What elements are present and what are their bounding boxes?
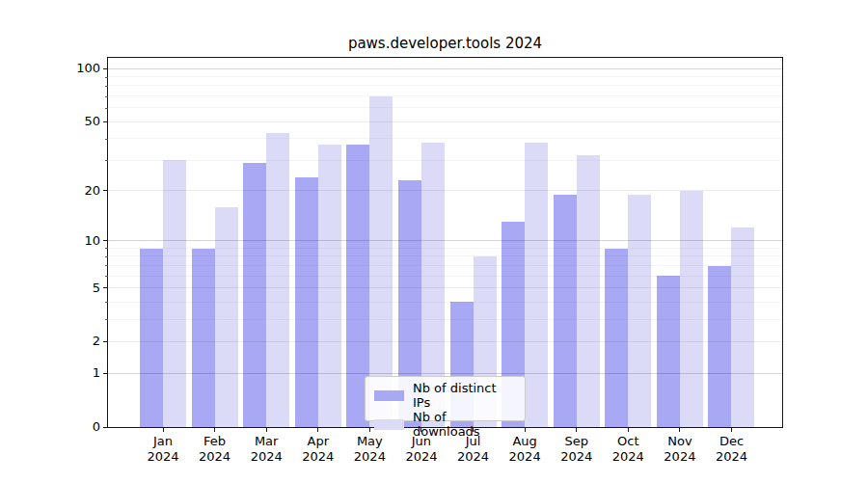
y-tick-5	[103, 287, 108, 288]
y-tick-label-5: 5	[0, 281, 100, 296]
legend-swatch-distinct-ips	[374, 390, 404, 401]
gridline-y-2	[108, 341, 782, 342]
plot-area	[107, 57, 783, 428]
gridline-y-70	[108, 95, 782, 96]
gridline-y-30	[108, 160, 782, 161]
x-tick-dec	[731, 428, 732, 432]
y-minor-tick-9	[105, 248, 108, 249]
gridline-y-3	[108, 319, 782, 320]
gridline-y-50	[108, 121, 782, 122]
y-minor-tick-3	[105, 319, 108, 320]
y-tick-label-2: 2	[0, 334, 100, 349]
y-tick-0	[103, 427, 108, 428]
y-tick-label-1: 1	[0, 365, 100, 381]
x-tick-label-apr: Apr2024	[302, 434, 334, 465]
x-tick-mar	[266, 428, 267, 432]
gridline-y-20	[108, 190, 782, 191]
x-tick-label-sep: Sep2024	[560, 434, 592, 465]
x-tick-label-oct: Oct2024	[612, 434, 644, 465]
x-tick-apr	[317, 428, 318, 432]
y-tick-label-20: 20	[0, 183, 100, 199]
y-minor-tick-7	[105, 265, 108, 266]
gridline-y-40	[108, 138, 782, 139]
y-tick-2	[103, 341, 108, 342]
x-tick-nov	[679, 428, 680, 432]
x-tick-aug	[525, 428, 526, 432]
y-tick-10	[103, 240, 108, 241]
y-minor-tick-60	[105, 108, 108, 109]
x-tick-label-mar: Mar2024	[251, 434, 283, 465]
x-tick-label-feb: Feb2024	[199, 434, 231, 465]
gridline-y-6	[108, 276, 782, 277]
gridline-y-7	[108, 265, 782, 266]
gridline-y-4	[108, 302, 782, 303]
legend-swatch-downloads	[374, 419, 404, 430]
grid-layer	[108, 58, 782, 427]
x-tick-label-nov: Nov2024	[664, 434, 695, 465]
legend-item-distinct-ips: Nb of distinct IPs	[374, 381, 516, 410]
gridline-y-100	[108, 68, 782, 69]
gridline-y-90	[108, 76, 782, 77]
y-tick-50	[103, 121, 108, 122]
chart-title: paws.developer.tools 2024	[108, 35, 782, 53]
y-minor-tick-90	[105, 77, 108, 78]
gridline-y-10	[108, 240, 782, 241]
x-tick-may	[369, 428, 370, 432]
x-tick-feb	[214, 428, 215, 432]
x-tick-jan	[163, 428, 164, 432]
legend-label-downloads: Nb of downloads	[413, 410, 516, 439]
y-minor-tick-30	[105, 160, 108, 161]
legend-label-distinct-ips: Nb of distinct IPs	[413, 381, 516, 410]
gridline-y-1	[108, 373, 782, 374]
y-minor-tick-4	[105, 302, 108, 303]
gridline-y-5	[108, 287, 782, 288]
y-tick-label-0: 0	[0, 419, 100, 435]
x-tick-sep	[576, 428, 577, 432]
gridline-y-60	[108, 107, 782, 108]
y-tick-20	[103, 190, 108, 191]
y-tick-100	[103, 68, 108, 69]
gridline-y-8	[108, 255, 782, 256]
y-tick-label-10: 10	[0, 233, 100, 249]
y-tick-1	[103, 373, 108, 374]
y-tick-label-50: 50	[0, 114, 100, 129]
x-tick-label-dec: Dec2024	[716, 434, 747, 465]
gridline-y-80	[108, 85, 782, 86]
y-minor-tick-40	[105, 139, 108, 140]
y-minor-tick-70	[105, 96, 108, 97]
figure: paws.developer.tools 2024 1005020105210J…	[0, 0, 868, 482]
y-minor-tick-80	[105, 86, 108, 87]
x-tick-label-jan: Jan2024	[147, 434, 178, 465]
gridline-y-9	[108, 248, 782, 249]
y-minor-tick-8	[105, 256, 108, 257]
y-minor-tick-6	[105, 276, 108, 277]
legend: Nb of distinct IPs Nb of downloads	[365, 376, 526, 421]
x-tick-oct	[628, 428, 629, 432]
y-tick-label-100: 100	[0, 61, 100, 76]
legend-item-downloads: Nb of downloads	[374, 410, 516, 439]
